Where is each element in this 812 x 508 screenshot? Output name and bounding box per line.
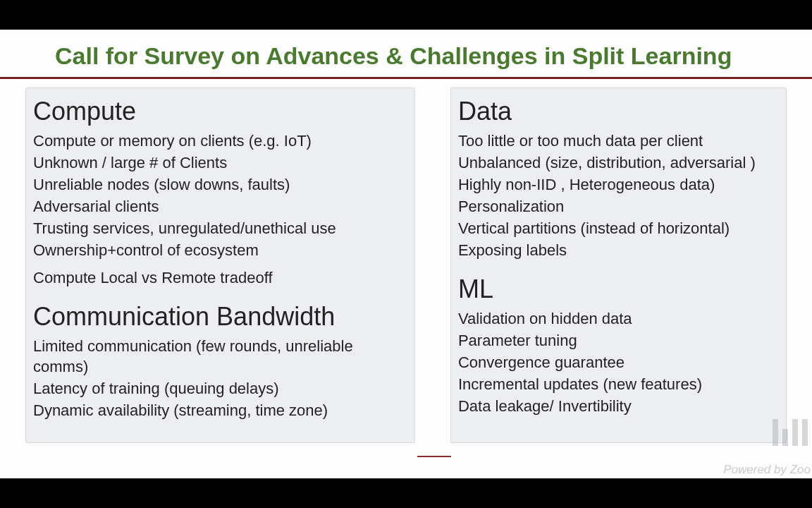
bandwidth-item: Latency of training (queuing delays) [33,378,407,399]
ml-heading: ML [458,274,779,304]
data-item: Unbalanced (size, distribution, adversar… [458,152,779,173]
compute-item: Adversarial clients [33,196,407,217]
ml-item: Incremental updates (new features) [458,374,779,394]
ml-item: Convergence guarantee [458,352,779,373]
ml-item: Data leakage/ Invertibility [458,396,779,416]
center-mark [417,456,451,457]
ml-item: Validation on hidden data [458,308,779,329]
data-item: Personalization [458,196,779,217]
compute-item: Unreliable nodes (slow downs, faults) [33,174,407,195]
data-heading: Data [458,97,779,126]
compute-item: Ownership+control of ecosystem [33,240,407,260]
right-card: Data Too little or too much data per cli… [450,87,787,443]
ml-item: Parameter tuning [458,330,779,351]
data-item: Too little or too much data per client [458,131,779,151]
compute-item: Unknown / large # of Clients [33,152,407,173]
compute-item: Trusting services, unregulated/unethical… [33,218,407,238]
bandwidth-heading: Communication Bandwidth [33,302,407,332]
bandwidth-item: Dynamic availability (streaming, time zo… [33,400,407,421]
slide: Call for Survey on Advances & Challenges… [0,30,812,478]
data-item: Highly non-IID , Heterogeneous data) [458,174,779,195]
slide-title: Call for Survey on Advances & Challenges… [0,30,812,77]
compute-item: Compute or memory on clients (e.g. IoT) [33,131,407,151]
data-item: Vertical partitions (instead of horizont… [458,218,779,238]
bandwidth-item: Limited communication (few rounds, unrel… [33,336,407,377]
left-card: Compute Compute or memory on clients (e.… [25,87,415,443]
content-columns: Compute Compute or memory on clients (e.… [0,79,812,443]
compute-item: Compute Local vs Remote tradeoff [33,267,407,288]
data-item: Exposing labels [458,240,779,260]
mit-logo-icon [773,419,808,446]
powered-by-watermark: Powered by Zoo [723,463,811,477]
compute-heading: Compute [33,97,407,126]
